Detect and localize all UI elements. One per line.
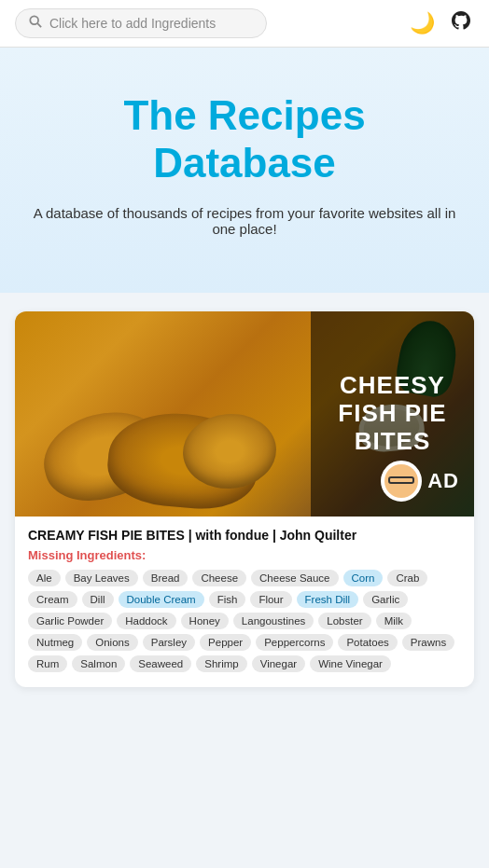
avatar (381, 461, 422, 502)
ingredient-tag[interactable]: Flour (250, 591, 291, 608)
card-overlay-title: CHEESY FISH PIE BITES (320, 372, 465, 456)
ingredient-tag[interactable]: Bay Leaves (65, 570, 138, 586)
ingredient-tag[interactable]: Cheese Sauce (251, 570, 338, 586)
avatar-glasses (388, 476, 414, 484)
ingredient-tag[interactable]: Honey (181, 613, 229, 629)
ingredient-tag[interactable]: Fresh Dill (297, 591, 359, 608)
ingredient-tag[interactable]: Bread (143, 570, 189, 586)
ingredient-tag[interactable]: Onions (87, 634, 137, 651)
card-body: CREAMY FISH PIE BITES | with fondue | Jo… (15, 517, 474, 687)
ingredient-tag[interactable]: Seaweed (130, 655, 191, 672)
recipe-title: CREAMY FISH PIE BITES | with fondue | Jo… (28, 528, 461, 543)
card-image: CHEESY FISH PIE BITES AD (15, 311, 474, 517)
ingredient-tag[interactable]: Nutmeg (28, 634, 82, 651)
ad-label: AD (427, 469, 459, 493)
header-icons: 🌙 (408, 7, 474, 39)
ingredient-tag[interactable]: Rum (28, 655, 67, 672)
missing-ingredients-label: Missing Ingredients: (28, 548, 461, 562)
hero-subtitle: A database of thousands of recipes from … (22, 205, 467, 237)
ingredient-tag[interactable]: Double Cream (119, 591, 204, 608)
header: Click here to add Ingredients 🌙 (0, 0, 489, 48)
ingredient-tag[interactable]: Pepper (200, 634, 251, 651)
svg-point-0 (30, 16, 38, 24)
search-placeholder-text: Click here to add Ingredients (49, 16, 216, 31)
ingredient-tag[interactable]: Corn (343, 570, 384, 586)
ingredient-tag[interactable]: Salmon (72, 655, 125, 672)
cards-area: CHEESY FISH PIE BITES AD CREAMY FISH PIE… (0, 293, 489, 724)
ingredient-tag[interactable]: Fish (209, 591, 246, 608)
ingredient-tag[interactable]: Haddock (117, 613, 175, 629)
ingredient-tag[interactable]: Parsley (143, 634, 195, 651)
svg-line-1 (37, 23, 41, 27)
ingredient-tag[interactable]: Milk (376, 613, 412, 629)
github-icon (450, 9, 472, 37)
ingredient-tag[interactable]: Potatoes (338, 634, 397, 651)
hero-section: The Recipes Database A database of thous… (0, 48, 489, 293)
ingredient-tag[interactable]: Ale (28, 570, 61, 586)
tags-container: AleBay LeavesBreadCheeseCheese SauceCorn… (28, 570, 461, 672)
github-button[interactable] (448, 7, 474, 39)
ingredient-tag[interactable]: Shrimp (196, 655, 246, 672)
search-icon (29, 15, 42, 32)
dark-mode-button[interactable]: 🌙 (408, 9, 437, 37)
avatar-face (384, 464, 418, 498)
ingredient-tag[interactable]: Garlic Powder (28, 613, 112, 629)
moon-icon: 🌙 (410, 11, 435, 35)
ingredient-tag[interactable]: Cream (28, 591, 77, 608)
ingredient-tag[interactable]: Langoustines (233, 613, 314, 629)
ingredient-tag[interactable]: Wine Vinegar (310, 655, 391, 672)
ingredient-tag[interactable]: Peppercorns (256, 634, 333, 651)
ingredient-tag[interactable]: Garlic (363, 591, 408, 608)
ingredient-tag[interactable]: Dill (82, 591, 114, 608)
ingredient-tag[interactable]: Prawns (402, 634, 454, 651)
recipe-card: CHEESY FISH PIE BITES AD CREAMY FISH PIE… (15, 311, 474, 687)
ingredient-tag[interactable]: Lobster (318, 613, 370, 629)
search-bar[interactable]: Click here to add Ingredients (15, 8, 267, 38)
ad-badge: AD (381, 461, 459, 502)
ingredient-tag[interactable]: Cheese (192, 570, 246, 586)
ingredient-tag[interactable]: Vinegar (252, 655, 305, 672)
hero-title: The Recipes Database (22, 92, 467, 186)
ingredient-tag[interactable]: Crab (387, 570, 427, 586)
